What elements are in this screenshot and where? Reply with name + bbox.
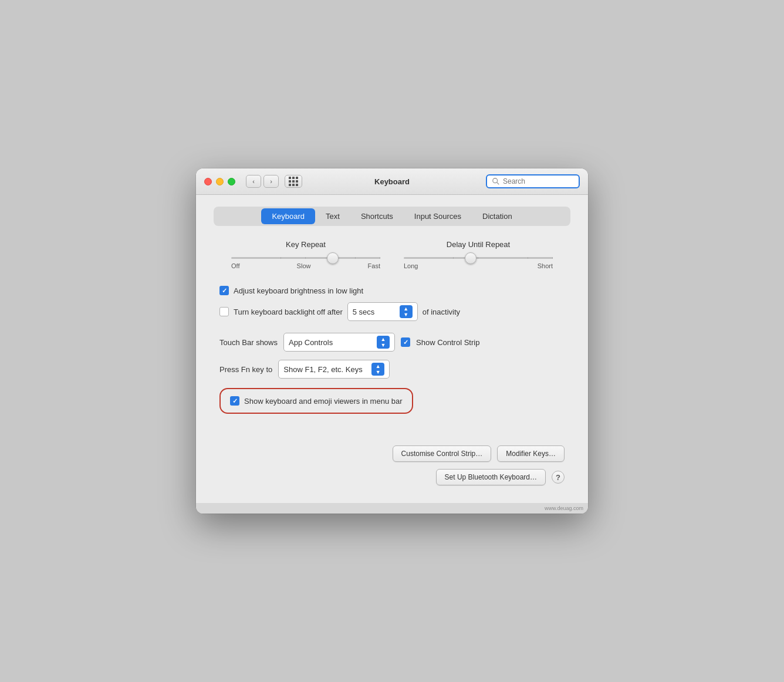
- fn-key-row: Press Fn key to Show F1, F2, etc. Keys ▲…: [219, 360, 565, 379]
- touchbar-arrow-down-icon: ▼: [381, 343, 386, 348]
- nav-buttons: ‹ ›: [246, 175, 279, 188]
- close-button[interactable]: [204, 178, 212, 185]
- sliders-row: Key Repeat Off Slow Fast Delay Until Rep…: [219, 240, 565, 269]
- touchbar-label: Touch Bar shows: [219, 338, 278, 347]
- traffic-lights: [204, 178, 235, 185]
- inactivity-arrow-down-icon: ▼: [403, 312, 408, 318]
- emoji-viewer-checkbox[interactable]: ✓: [230, 396, 239, 406]
- key-repeat-labels: Off Slow Fast: [231, 262, 380, 269]
- fn-arrow-down-icon: ▼: [376, 370, 381, 375]
- key-repeat-slow-label: Slow: [297, 262, 311, 269]
- fn-key-value: Show F1, F2, etc. Keys: [283, 365, 369, 374]
- tab-dictation[interactable]: Dictation: [472, 208, 523, 224]
- brightness-label: Adjust keyboard brightness in low light: [234, 286, 363, 295]
- delay-repeat-thumb[interactable]: [465, 252, 477, 264]
- inactivity-arrows: ▲ ▼: [400, 305, 413, 318]
- delay-short-label: Short: [538, 262, 553, 269]
- search-icon: [492, 177, 500, 185]
- emoji-viewer-checkmark: ✓: [232, 398, 238, 404]
- touchbar-arrow-up-icon: ▲: [381, 337, 386, 342]
- bluetooth-keyboard-button[interactable]: Set Up Bluetooth Keyboard…: [436, 469, 546, 485]
- grid-icon: [289, 177, 298, 186]
- back-icon: ‹: [252, 178, 255, 185]
- forward-button[interactable]: ›: [263, 175, 279, 188]
- maximize-button[interactable]: [228, 178, 235, 185]
- inactivity-suffix: of inactivity: [423, 308, 460, 316]
- brightness-checkbox-row: ✓ Adjust keyboard brightness in low ligh…: [219, 286, 565, 295]
- show-control-strip-checkmark: ✓: [403, 339, 408, 346]
- brightness-checkmark: ✓: [222, 288, 227, 294]
- key-repeat-track-container: [231, 257, 380, 259]
- fn-arrow-up-icon: ▲: [376, 364, 381, 369]
- show-control-strip-label: Show Control Strip: [416, 338, 479, 347]
- window-title: Keyboard: [374, 177, 410, 186]
- settings-section: Key Repeat Off Slow Fast Delay Until Rep…: [214, 240, 570, 485]
- show-control-strip-checkbox[interactable]: ✓: [401, 337, 410, 347]
- tab-bar: Keyboard Text Shortcuts Input Sources Di…: [214, 207, 570, 226]
- touchbar-value: App Controls: [289, 338, 374, 347]
- delay-repeat-label: Delay Until Repeat: [447, 240, 510, 249]
- key-repeat-fast-label: Fast: [368, 262, 380, 269]
- key-repeat-slider-group: Key Repeat Off Slow Fast: [231, 240, 380, 269]
- delay-repeat-track-container: [404, 257, 553, 259]
- touchbar-row: Touch Bar shows App Controls ▲ ▼ ✓ Show …: [219, 333, 565, 352]
- watermark: www.deuag.com: [196, 503, 588, 514]
- inactivity-dropdown[interactable]: 5 secs ▲ ▼: [347, 302, 418, 321]
- modifier-keys-button[interactable]: Modifier Keys…: [497, 445, 565, 462]
- fn-key-dropdown[interactable]: Show F1, F2, etc. Keys ▲ ▼: [278, 360, 390, 379]
- help-icon: ?: [556, 473, 560, 482]
- brightness-checkbox[interactable]: ✓: [219, 286, 229, 295]
- inactivity-arrow-up-icon: ▲: [403, 306, 408, 312]
- delay-repeat-slider-group: Delay Until Repeat Long Short: [404, 240, 553, 269]
- touchbar-dropdown[interactable]: App Controls ▲ ▼: [283, 333, 395, 352]
- key-repeat-label: Key Repeat: [286, 240, 326, 249]
- svg-point-0: [493, 178, 498, 183]
- content-area: Keyboard Text Shortcuts Input Sources Di…: [196, 195, 588, 503]
- bottom-buttons-row1: Customise Control Strip… Modifier Keys…: [219, 445, 565, 462]
- fn-key-label: Press Fn key to: [219, 365, 272, 374]
- tab-keyboard[interactable]: Keyboard: [261, 208, 315, 224]
- customize-control-strip-button[interactable]: Customise Control Strip…: [393, 445, 492, 462]
- key-repeat-track: [231, 257, 380, 259]
- minimize-button[interactable]: [216, 178, 224, 185]
- emoji-viewer-label: Show keyboard and emoji viewers in menu …: [244, 397, 403, 406]
- tab-text[interactable]: Text: [315, 208, 350, 224]
- fn-key-arrows: ▲ ▼: [371, 363, 384, 376]
- inactivity-value: 5 secs: [353, 308, 397, 316]
- grid-view-button[interactable]: [285, 175, 302, 188]
- titlebar: ‹ › Keyboard: [196, 168, 588, 195]
- search-box[interactable]: [486, 174, 580, 188]
- tab-input-sources[interactable]: Input Sources: [404, 208, 472, 224]
- tab-shortcuts[interactable]: Shortcuts: [350, 208, 404, 224]
- delay-long-label: Long: [404, 262, 418, 269]
- help-button[interactable]: ?: [552, 471, 565, 484]
- backlight-label: Turn keyboard backlight off after: [234, 308, 343, 316]
- forward-icon: ›: [270, 178, 272, 185]
- delay-repeat-track: [404, 257, 553, 259]
- back-button[interactable]: ‹: [246, 175, 261, 188]
- key-repeat-off-label: Off: [231, 262, 239, 269]
- svg-line-1: [497, 183, 499, 185]
- key-repeat-thumb[interactable]: [327, 252, 339, 264]
- emoji-viewer-section: ✓ Show keyboard and emoji viewers in men…: [219, 388, 565, 431]
- last-row: Set Up Bluetooth Keyboard… ?: [219, 469, 565, 485]
- inactivity-row: Turn keyboard backlight off after 5 secs…: [219, 302, 565, 321]
- touchbar-arrows: ▲ ▼: [377, 336, 390, 349]
- backlight-checkbox[interactable]: [219, 307, 229, 316]
- emoji-viewer-highlighted: ✓ Show keyboard and emoji viewers in men…: [219, 388, 413, 414]
- delay-repeat-labels: Long Short: [404, 262, 553, 269]
- keyboard-window: ‹ › Keyboard Keyboard Text: [196, 168, 588, 514]
- search-input[interactable]: [503, 177, 574, 185]
